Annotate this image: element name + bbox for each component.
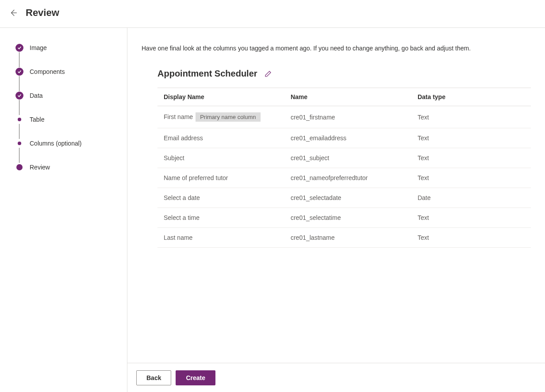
columns-table: Display Name Name Data type First namePr…	[157, 88, 531, 248]
display-name-text: Select a date	[164, 194, 200, 201]
step-item[interactable]: Image	[15, 43, 118, 52]
cell-data-type: Text	[411, 228, 531, 248]
table-row[interactable]: Email addresscre01_emailaddressText	[157, 128, 531, 148]
step-label: Review	[30, 164, 50, 171]
cell-name: cre01_nameofpreferredtutor	[284, 168, 411, 188]
steps-list: ImageComponentsDataTableColumns (optiona…	[15, 43, 118, 172]
display-name-text: Select a time	[164, 214, 200, 221]
cell-display-name: Select a time	[157, 208, 284, 228]
step-item[interactable]: Components	[15, 67, 118, 76]
col-header-display: Display Name	[157, 88, 284, 106]
table-row[interactable]: Select a datecre01_selectadateDate	[157, 188, 531, 208]
step-connector	[19, 76, 19, 91]
back-button[interactable]: Back	[136, 370, 171, 385]
checkmark-icon	[15, 92, 23, 100]
cell-name: cre01_selectadate	[284, 188, 411, 208]
cell-display-name: Name of preferred tutor	[157, 168, 284, 188]
table-section: Appointment Scheduler Display Name Name …	[157, 69, 531, 248]
step-dot-icon	[18, 118, 21, 121]
cell-name: cre01_selectatime	[284, 208, 411, 228]
pencil-icon	[265, 70, 272, 77]
step-item[interactable]: Data	[15, 91, 118, 100]
step-connector	[19, 148, 19, 163]
table-row[interactable]: First namePrimary name columncre01_first…	[157, 106, 531, 128]
edit-title-button[interactable]	[264, 69, 272, 78]
cell-data-type: Text	[411, 148, 531, 168]
step-item[interactable]: Review	[15, 163, 118, 172]
step-label: Components	[30, 68, 65, 75]
cell-display-name: Email address	[157, 128, 284, 148]
checkmark-icon	[15, 68, 23, 76]
table-title: Appointment Scheduler	[157, 69, 257, 79]
back-arrow-icon[interactable]	[9, 8, 18, 17]
display-name-text: Name of preferred tutor	[164, 174, 228, 181]
checkmark-icon	[15, 44, 23, 52]
col-header-name: Name	[284, 88, 411, 106]
cell-display-name: First namePrimary name column	[157, 106, 284, 128]
step-connector	[19, 100, 19, 115]
cell-data-type: Text	[411, 106, 531, 128]
table-title-row: Appointment Scheduler	[157, 69, 531, 79]
table-row[interactable]: Last namecre01_lastnameText	[157, 228, 531, 248]
step-item[interactable]: Table	[15, 115, 118, 124]
display-name-text: Email address	[164, 135, 203, 142]
cell-display-name: Select a date	[157, 188, 284, 208]
step-item[interactable]: Columns (optional)	[15, 139, 118, 148]
step-dot-icon	[18, 142, 21, 145]
step-connector	[19, 124, 19, 139]
step-label: Image	[30, 44, 47, 51]
display-name-text: Last name	[164, 234, 192, 241]
table-row[interactable]: Select a timecre01_selectatimeText	[157, 208, 531, 228]
step-label: Table	[30, 116, 44, 123]
cell-display-name: Subject	[157, 148, 284, 168]
step-label: Columns (optional)	[30, 140, 82, 147]
step-dot-icon	[16, 164, 23, 170]
table-row[interactable]: Name of preferred tutorcre01_nameofprefe…	[157, 168, 531, 188]
primary-name-badge: Primary name column	[196, 112, 260, 122]
header: Review	[0, 0, 545, 28]
create-button[interactable]: Create	[176, 370, 215, 385]
table-header-row: Display Name Name Data type	[157, 88, 531, 106]
cell-name: cre01_firstname	[284, 106, 411, 128]
cell-data-type: Text	[411, 128, 531, 148]
cell-display-name: Last name	[157, 228, 284, 248]
content-area: Have one final look at the columns you t…	[127, 28, 545, 392]
col-header-type: Data type	[411, 88, 531, 106]
content-scroll: Have one final look at the columns you t…	[127, 28, 545, 363]
cell-data-type: Date	[411, 188, 531, 208]
sidebar: ImageComponentsDataTableColumns (optiona…	[0, 28, 127, 392]
cell-data-type: Text	[411, 208, 531, 228]
cell-name: cre01_subject	[284, 148, 411, 168]
display-name-text: Subject	[164, 154, 184, 161]
body: ImageComponentsDataTableColumns (optiona…	[0, 28, 545, 392]
cell-name: cre01_lastname	[284, 228, 411, 248]
cell-data-type: Text	[411, 168, 531, 188]
cell-name: cre01_emailaddress	[284, 128, 411, 148]
table-row[interactable]: Subjectcre01_subjectText	[157, 148, 531, 168]
intro-text: Have one final look at the columns you t…	[142, 45, 531, 52]
step-connector	[19, 52, 19, 67]
table-body: First namePrimary name columncre01_first…	[157, 106, 531, 248]
footer: Back Create	[127, 363, 545, 392]
display-name-text: First name	[164, 113, 193, 120]
page-title: Review	[26, 7, 59, 19]
step-label: Data	[30, 92, 43, 99]
